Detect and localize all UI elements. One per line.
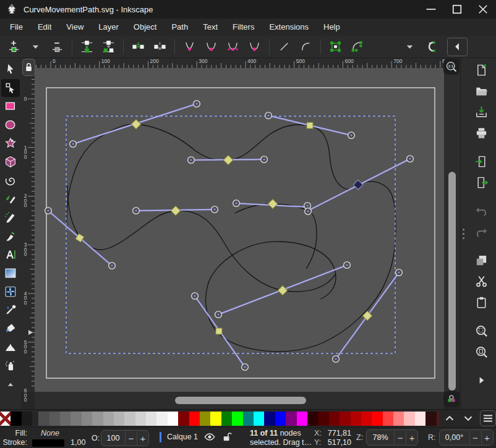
opacity-increase-button[interactable]: + (137, 431, 148, 446)
palette-swatch[interactable] (200, 412, 210, 426)
zoom-value[interactable]: 78% (367, 433, 394, 442)
vertical-scrollbar-thumb[interactable] (448, 172, 456, 391)
paste-button[interactable] (472, 293, 490, 311)
x-dropdown-button[interactable] (399, 38, 421, 56)
node-break-button[interactable] (98, 38, 119, 56)
segment-delete-button[interactable] (149, 38, 171, 56)
palette-swatch[interactable] (243, 412, 254, 426)
collapse-panel-button[interactable] (447, 38, 468, 56)
palette-swatch[interactable] (92, 412, 103, 426)
node-insert-button[interactable] (3, 38, 25, 56)
object-to-path-button[interactable] (325, 38, 346, 56)
palette-swatch[interactable] (351, 412, 361, 426)
bezier-path[interactable] (235, 204, 317, 269)
palette-swatch[interactable] (286, 412, 296, 426)
vertical-scrollbar[interactable] (444, 68, 460, 392)
palette-swatch[interactable] (318, 412, 328, 426)
palette-swatch[interactable] (264, 412, 275, 426)
menu-object[interactable]: Object (126, 19, 165, 36)
duplicate-button[interactable] (472, 251, 490, 269)
segment-line-button[interactable] (273, 38, 295, 56)
palette-swatch[interactable] (393, 412, 404, 426)
palette-swatch[interactable] (210, 412, 221, 426)
palette-swatch[interactable] (383, 412, 393, 426)
palette-swatch[interactable] (404, 412, 414, 426)
palette-swatch[interactable] (71, 412, 81, 426)
tool-selector[interactable] (1, 61, 20, 78)
palette-scroll-down-button[interactable] (461, 412, 475, 425)
tool-rectangle[interactable] (1, 98, 20, 116)
node-smooth-button[interactable] (200, 38, 222, 56)
palette-swatch[interactable] (221, 412, 232, 426)
menu-file[interactable]: File (2, 19, 30, 36)
tool-pencil[interactable] (1, 209, 20, 227)
rotation-increase-button[interactable]: + (481, 431, 493, 445)
horizontal-scrollbar-thumb[interactable] (175, 397, 306, 404)
minimize-button[interactable] (418, 0, 444, 19)
menu-layer[interactable]: Layer (91, 19, 126, 36)
redo-button[interactable] (472, 222, 490, 241)
palette-swatch[interactable] (361, 412, 372, 426)
undo-button[interactable] (472, 201, 490, 220)
tool-tweak[interactable] (1, 339, 20, 357)
fill-value[interactable]: None (32, 429, 85, 438)
node-join-button[interactable] (76, 38, 98, 56)
palette-swatch[interactable] (329, 412, 340, 426)
tool-mesh[interactable] (1, 283, 20, 301)
palette-swatch[interactable] (22, 412, 32, 426)
palette-swatch[interactable] (425, 412, 436, 426)
palette-swatch[interactable] (437, 412, 439, 426)
rotation-spinbox[interactable]: 0,00° − + (439, 429, 494, 446)
path-node[interactable] (223, 155, 233, 165)
tool-dropper[interactable] (1, 302, 20, 319)
close-button[interactable] (470, 0, 496, 19)
palette-swatch[interactable] (124, 412, 135, 426)
palette-swatch[interactable] (372, 412, 382, 426)
palette-swatch[interactable] (103, 412, 114, 426)
layer-lock-button[interactable] (221, 431, 234, 443)
color-managed-view-button[interactable] (443, 391, 460, 407)
palette-swatch[interactable] (232, 412, 242, 426)
node-auto-button[interactable] (244, 38, 265, 56)
palette-swatch[interactable] (135, 412, 146, 426)
menu-help[interactable]: Help (316, 19, 348, 36)
cut-button[interactable] (472, 272, 490, 290)
document-open-button[interactable] (472, 82, 490, 100)
path-node[interactable] (171, 206, 181, 216)
palette-swatch[interactable] (11, 412, 21, 426)
menu-text[interactable]: Text (195, 19, 225, 36)
palette-swatch[interactable] (146, 412, 156, 426)
zoom-decrease-button[interactable]: − (394, 431, 406, 445)
palette-swatch[interactable] (156, 412, 167, 426)
document-export-button[interactable] (472, 173, 490, 192)
palette-menu-button[interactable] (480, 410, 496, 426)
palette-swatch-none[interactable] (0, 412, 11, 426)
palette-swatch[interactable] (297, 412, 307, 426)
rotation-decrease-button[interactable]: − (469, 431, 481, 445)
tool-pen[interactable] (1, 190, 20, 208)
palette-swatch[interactable] (307, 412, 318, 426)
path-node[interactable] (131, 119, 141, 129)
tool-toolbox-overflow[interactable] (1, 376, 20, 394)
horizontal-scrollbar[interactable] (35, 392, 444, 409)
ruler-lock-button[interactable] (22, 59, 35, 76)
palette-swatch[interactable] (38, 412, 49, 426)
tool-spray[interactable] (1, 357, 20, 375)
stroke-color-swatch[interactable] (32, 439, 64, 447)
palette-swatch[interactable] (254, 412, 264, 426)
canvas[interactable] (35, 68, 444, 392)
segment-join-button[interactable] (127, 38, 149, 56)
palette-swatch[interactable] (49, 412, 60, 426)
tool-spiral[interactable] (1, 172, 20, 190)
snap-toggle-button[interactable] (421, 38, 442, 56)
menu-view[interactable]: View (59, 19, 91, 36)
menu-extensions[interactable]: Extensions (262, 19, 316, 36)
opacity-decrease-button[interactable]: − (125, 431, 137, 446)
tool-box-3d[interactable] (1, 153, 20, 171)
tool-calligraphy[interactable] (1, 227, 20, 245)
path-node[interactable] (216, 328, 222, 334)
path-node[interactable] (353, 180, 363, 190)
vertical-ruler[interactable]: 0100200300400500600 (21, 68, 35, 392)
layer-visibility-button[interactable] (203, 431, 216, 443)
path-node[interactable] (278, 285, 288, 295)
